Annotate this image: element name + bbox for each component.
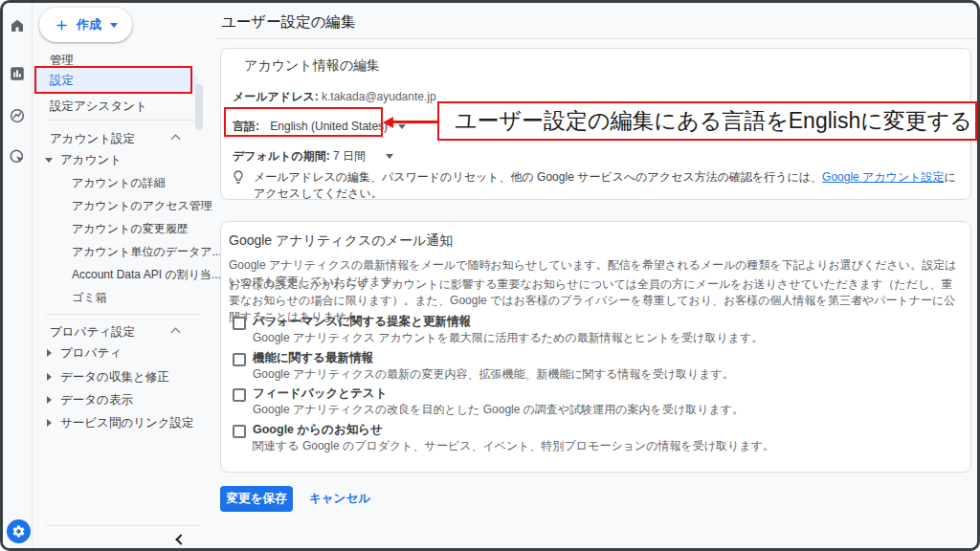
sidebar-item-trash[interactable]: ゴミ箱: [33, 286, 211, 309]
checkbox-feature-updates[interactable]: [233, 353, 246, 366]
lightbulb-icon: [231, 169, 246, 185]
sidebar-item-account[interactable]: アカウント: [33, 148, 206, 171]
admin-sidebar: 作成 管理 設定 設定アシスタント アカウント設定 アカウント アカウントの詳細…: [33, 3, 215, 548]
option-desc: Google アナリティクスの最新の変更内容、拡張機能、新機能に関する情報を受け…: [253, 366, 734, 383]
explore-icon[interactable]: [9, 107, 26, 124]
sidebar-item-account-details[interactable]: アカウントの詳細: [33, 171, 211, 194]
caret-down-icon: [398, 124, 406, 129]
nav-parent-label: データの表示: [60, 393, 133, 407]
sidebar-divider: [46, 120, 200, 121]
option-desc: Google アナリティクス アカウントを最大限に活用するための最新情報とヒント…: [253, 330, 763, 346]
triangle-right-icon: [47, 373, 52, 381]
advertising-icon[interactable]: [9, 148, 26, 165]
annotation-arrowhead: [383, 117, 393, 128]
option-title: フィードバックとテスト: [253, 386, 387, 402]
sidebar-scrollbar[interactable]: [195, 84, 203, 130]
nav-parent-label: サービス間のリンク設定: [60, 416, 194, 430]
email-notifications-card: Google アナリティクスのメール通知 Google アナリティクスの最新情報…: [220, 221, 971, 473]
sidebar-item-setup-assistant[interactable]: 設定アシスタント: [33, 94, 198, 120]
period-label: デフォルトの期間:: [233, 149, 330, 163]
email-label: メールアドレス:: [233, 90, 319, 103]
caret-down-icon: [386, 154, 393, 159]
sidebar-section-account-settings[interactable]: アカウント設定: [33, 127, 206, 150]
app-window: 作成 管理 設定 設定アシスタント アカウント設定 アカウント アカウントの詳細…: [0, 0, 980, 551]
checkbox-google-offers[interactable]: [233, 425, 246, 438]
page-title: ユーザー設定の編集: [221, 12, 356, 33]
cancel-button[interactable]: キャンセル: [309, 486, 370, 512]
card-title: Google アナリティクスのメール通知: [229, 232, 453, 250]
email-value: k.takada@ayudante.jp: [322, 90, 436, 103]
left-icon-rail: [3, 3, 33, 548]
checkbox-performance-suggestions[interactable]: [233, 317, 246, 330]
collapse-icon[interactable]: [175, 534, 186, 544]
home-icon[interactable]: [9, 17, 26, 34]
option-title: Google からのお知らせ: [253, 422, 383, 438]
triangle-right-icon: [47, 396, 52, 404]
sidebar-item-account-history[interactable]: アカウントの変更履歴: [33, 217, 211, 240]
header-divider: [215, 38, 977, 39]
triangle-right-icon: [47, 349, 52, 357]
section-label: プロパティ設定: [50, 325, 135, 339]
sidebar-item-account-data-api[interactable]: Account Data API の割り当...: [33, 263, 211, 286]
chevron-up-icon: [171, 328, 181, 338]
checkbox-feedback-testing[interactable]: [233, 388, 246, 402]
period-dropdown[interactable]: デフォルトの期間: 7 日間: [233, 148, 615, 165]
period-value: 7 日間: [333, 149, 366, 163]
option-title: 機能に関する最新情報: [253, 350, 373, 366]
language-label: 言語:: [233, 120, 259, 133]
google-account-settings-link[interactable]: Google アカウント設定: [822, 170, 944, 184]
nav-parent-label: プロパティ: [60, 346, 122, 360]
language-dropdown[interactable]: 言語: English (United States): [233, 119, 406, 135]
option-desc: 関連する Google のプロダクト、サービス、イベント、特別プロモーションの情…: [253, 438, 774, 454]
option-title: パフォーマンスに関する提案と更新情報: [253, 314, 471, 330]
sidebar-item-account-access[interactable]: アカウントのアクセス管理: [33, 194, 211, 217]
triangle-down-icon: [45, 158, 53, 163]
plus-icon: [54, 17, 70, 33]
tip-text: メールアドレスの編集、パスワードのリセット、他の Google サービスへのアク…: [254, 169, 958, 202]
sidebar-item-data-collection[interactable]: データの収集と修正: [33, 365, 206, 388]
reports-icon[interactable]: [9, 65, 26, 82]
sidebar-item-product-links[interactable]: サービス間のリンク設定: [33, 411, 206, 434]
chevron-up-icon: [171, 135, 181, 144]
nav-parent-label: アカウント: [60, 153, 122, 166]
card-title: アカウント情報の編集: [244, 57, 380, 75]
settings-gear-icon[interactable]: [7, 519, 31, 543]
sidebar-divider: [46, 314, 200, 315]
main-content: ユーザー設定の編集 アカウント情報の編集 メールアドレス: k.takada@a…: [215, 3, 977, 548]
sidebar-item-data-display[interactable]: データの表示: [33, 388, 206, 411]
save-changes-button[interactable]: 変更を保存: [220, 486, 293, 512]
nav-parent-label: データの収集と修正: [60, 370, 169, 384]
sidebar-item-settings[interactable]: 設定: [33, 68, 198, 94]
annotation-arrow-line: [393, 121, 438, 123]
tip-row: メールアドレスの編集、パスワードのリセット、他の Google サービスへのアク…: [231, 169, 958, 202]
sidebar-item-account-data-filters[interactable]: アカウント単位のデータア...: [33, 240, 211, 263]
annotation-note: ユーザー設定の編集にある言語をEnglishに変更する: [437, 101, 977, 141]
create-button[interactable]: 作成: [39, 8, 132, 42]
sidebar-divider: [46, 525, 200, 526]
triangle-right-icon: [47, 419, 52, 427]
section-label: アカウント設定: [50, 132, 135, 145]
create-button-label: 作成: [77, 16, 101, 33]
option-desc: Google アナリティクスの改良を目的とした Google の調査や試験運用の…: [253, 402, 744, 418]
caret-down-icon: [110, 23, 118, 28]
sidebar-section-property-settings[interactable]: プロパティ設定: [33, 320, 206, 343]
sidebar-item-property[interactable]: プロパティ: [33, 342, 206, 364]
language-value: English (United States): [270, 120, 388, 133]
email-row: メールアドレス: k.takada@ayudante.jp: [233, 89, 436, 105]
